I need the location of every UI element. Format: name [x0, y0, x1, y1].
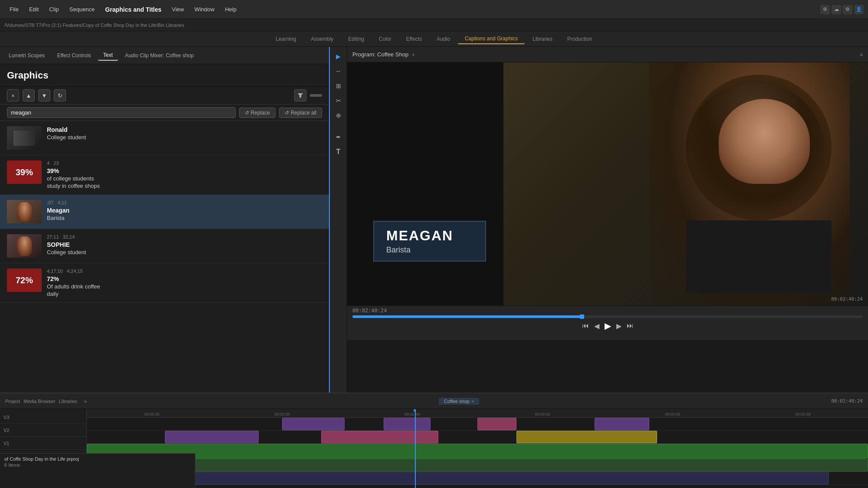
ruler-tick: 00:02:38: [217, 412, 347, 416]
settings-icon: ⚙: [843, 5, 852, 14]
timeline-tracks-content: 00:02:35 00:02:38 00:02:40 00:02:42 00:0…: [87, 409, 868, 488]
clip-a2-main[interactable]: [126, 472, 829, 485]
lower-third-name: MEAGAN: [386, 228, 473, 244]
tab-audio[interactable]: Audio: [430, 34, 457, 44]
close-button[interactable]: ×: [7, 89, 19, 102]
replace-all-icon: ↺: [285, 110, 289, 116]
tab-assembly[interactable]: Assembly: [304, 34, 340, 44]
list-item[interactable]: Ronald College student: [0, 121, 329, 155]
media-browser-tab[interactable]: Media Browser: [23, 399, 55, 404]
tab-lumetri-scopes[interactable]: Lumetri Scopes: [3, 51, 50, 60]
collapse-button[interactable]: ▲: [23, 89, 35, 102]
libraries-tab[interactable]: Libraries: [59, 399, 77, 404]
track-label-v3: V3: [0, 411, 86, 424]
clip-v1-main[interactable]: [87, 444, 868, 459]
search-input[interactable]: meagan: [7, 107, 236, 118]
project-tab[interactable]: Project: [5, 399, 20, 404]
tab-text[interactable]: Text: [98, 50, 118, 61]
zoom-tool-button[interactable]: ⊕: [332, 109, 345, 121]
menu-edit[interactable]: Edit: [24, 4, 44, 14]
track-label-v1: V1: [0, 437, 86, 450]
razor-tool-button[interactable]: ✂: [332, 95, 345, 107]
playhead-dot: [580, 314, 584, 319]
project-count: 6 Items: [4, 462, 191, 468]
lower-third-title: Barista: [386, 246, 473, 255]
video-right-area: [503, 62, 868, 305]
clip-v2-3[interactable]: [516, 431, 657, 443]
item-title: 72%: [47, 275, 322, 282]
play-button[interactable]: ▶: [605, 321, 611, 331]
track-v2: [87, 431, 868, 444]
refresh-button[interactable]: ↻: [54, 89, 66, 102]
list-item[interactable]: ;07 4;11 Meagan Barista: [0, 195, 329, 229]
tab-libraries[interactable]: Libraries: [526, 34, 559, 44]
tab-color[interactable]: Color: [372, 34, 398, 44]
expand-icon: »: [84, 399, 87, 404]
graphics-heading: Graphics: [7, 70, 48, 81]
item-timecode: ;07 4;11: [47, 200, 322, 205]
sequence-close-btn[interactable]: ×: [471, 399, 474, 404]
tab-editing[interactable]: Editing: [341, 34, 371, 44]
clip-v3-2[interactable]: [384, 418, 431, 430]
filter-button[interactable]: [294, 89, 306, 102]
replace-all-button[interactable]: ↺ Replace all: [279, 108, 322, 118]
tab-production[interactable]: Production: [560, 34, 599, 44]
menu-help[interactable]: Help: [220, 4, 242, 14]
track-select-tool-button[interactable]: ↔: [332, 65, 345, 77]
replace-button[interactable]: ↺ Replace: [239, 108, 276, 118]
skip-start-button[interactable]: ⏮: [582, 322, 589, 330]
list-item[interactable]: 27;11 32;14 SOPHIE College student: [0, 229, 329, 263]
tab-effect-controls[interactable]: Effect Controls: [52, 51, 96, 60]
clip-v2-1[interactable]: [165, 431, 259, 443]
clip-a1-main[interactable]: [87, 459, 868, 472]
timeline-header: Project Media Browser Libraries » Coffee…: [0, 393, 868, 409]
menu-graphics-titles[interactable]: Graphics and Titles: [100, 4, 167, 15]
tab-captions-graphics[interactable]: Captions and Graphics: [458, 34, 525, 44]
list-item[interactable]: 39% 4 23 39% of college students study i…: [0, 155, 329, 195]
clip-v3-3[interactable]: [477, 418, 516, 430]
progress-bar[interactable]: [352, 315, 863, 318]
filepath-bar: /Volumes/STB T7/Pro (2:1) Features/Copy …: [0, 19, 868, 31]
skip-end-button[interactable]: ⏭: [627, 322, 634, 330]
item-thumbnail: 39%: [7, 160, 42, 184]
tab-audio-clip-mixer[interactable]: Audio Clip Mixer: Coffee shop: [120, 51, 199, 60]
pen-tool-button[interactable]: ✒: [332, 131, 345, 143]
timeline-ruler: 00:02:35 00:02:38 00:02:40 00:02:42 00:0…: [87, 409, 868, 418]
ripple-edit-tool-button[interactable]: ⊞: [332, 80, 345, 92]
track-a2: [87, 472, 868, 485]
tab-effects[interactable]: Effects: [399, 34, 429, 44]
menu-clip[interactable]: Clip: [44, 4, 64, 14]
program-monitor-options[interactable]: ≡: [860, 52, 863, 57]
item-text: ;07 4;11 Meagan Barista: [47, 200, 322, 221]
item-title: Meagan: [47, 207, 322, 214]
track-label-v2: V2: [0, 424, 86, 437]
step-forward-button[interactable]: ▶: [616, 322, 621, 330]
item-subtitle: College student: [47, 134, 322, 141]
sub-tab-row: Graphics: [0, 64, 329, 87]
sequence-tab[interactable]: Coffee shop ×: [439, 398, 480, 405]
clip-v3-1[interactable]: [282, 418, 345, 430]
menu-view[interactable]: View: [167, 4, 189, 14]
clip-v3-4[interactable]: [595, 418, 649, 430]
track-a1: [87, 459, 868, 472]
track-v3: [87, 418, 868, 431]
item-thumbnail: [7, 126, 42, 150]
text-tool-button[interactable]: T: [332, 146, 345, 158]
timeline-playhead[interactable]: [415, 409, 416, 488]
expand-button[interactable]: ▼: [38, 89, 50, 102]
item-subtitle: Barista: [47, 215, 322, 221]
list-item[interactable]: 72% 4;17;10 4;24;15 72% Of adults drink …: [0, 263, 329, 303]
menu-window[interactable]: Window: [189, 4, 220, 14]
program-monitor-close[interactable]: ×: [412, 52, 414, 57]
item-thumbnail: [7, 200, 42, 223]
tab-learning[interactable]: Learning: [269, 34, 303, 44]
menu-file[interactable]: File: [4, 4, 24, 14]
step-back-button[interactable]: ◀: [594, 322, 599, 330]
clip-v2-2[interactable]: [321, 431, 438, 443]
selection-tool-button[interactable]: ▶: [332, 50, 345, 62]
menu-sequence[interactable]: Sequence: [64, 4, 100, 14]
project-bar: of Coffe Shop Day in the Life prproj 6 I…: [0, 453, 195, 488]
video-preview: MEAGAN Barista 00:02:40:24: [347, 62, 868, 305]
playback-controls: 00:02:40:24 ⏮ ◀ ▶ ▶ ⏭: [347, 305, 868, 340]
track-v1: [87, 444, 868, 459]
